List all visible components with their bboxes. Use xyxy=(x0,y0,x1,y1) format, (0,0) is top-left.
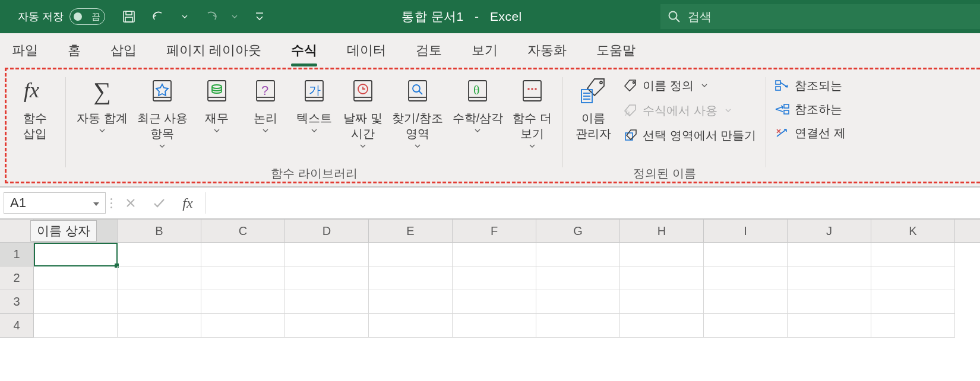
cell[interactable] xyxy=(704,243,788,266)
more-functions-dropdown[interactable] xyxy=(529,142,536,150)
col-header-f[interactable]: F xyxy=(453,220,536,242)
define-name-button[interactable]: 이름 정의 xyxy=(620,75,760,96)
search-box[interactable]: 검색 xyxy=(660,4,980,29)
lookup-dropdown[interactable] xyxy=(414,142,421,150)
undo-button[interactable] xyxy=(150,7,169,26)
cell[interactable] xyxy=(369,314,453,338)
col-header-i[interactable]: I xyxy=(704,220,788,242)
autosum-button[interactable]: ∑ 자동 합계 xyxy=(72,71,132,150)
col-header-c[interactable]: C xyxy=(201,220,285,242)
undo-dropdown[interactable] xyxy=(181,13,188,20)
cell[interactable] xyxy=(620,314,704,338)
cell[interactable] xyxy=(871,266,955,290)
cell[interactable] xyxy=(788,314,871,338)
math-trig-dropdown[interactable] xyxy=(474,127,481,134)
row-header-2[interactable]: 2 xyxy=(0,266,34,290)
more-functions-button[interactable]: 함수 더 보기 xyxy=(508,71,557,150)
cell[interactable] xyxy=(871,290,955,314)
remove-arrows-button[interactable]: 연결선 제 xyxy=(772,122,848,144)
logical-button[interactable]: ? 논리 xyxy=(241,71,290,150)
cell[interactable] xyxy=(369,290,453,314)
cell[interactable] xyxy=(201,243,285,266)
insert-function-button[interactable]: fx 함수 삽입 xyxy=(11,71,59,186)
cell[interactable] xyxy=(285,243,369,266)
cell[interactable] xyxy=(118,243,201,266)
tab-review[interactable]: 검토 xyxy=(416,42,442,66)
cell[interactable] xyxy=(871,314,955,338)
cell[interactable] xyxy=(34,290,118,314)
cell[interactable] xyxy=(453,290,536,314)
cell[interactable] xyxy=(788,243,871,266)
redo-button[interactable] xyxy=(200,7,219,26)
tab-formulas[interactable]: 수식 xyxy=(291,42,317,66)
cell[interactable] xyxy=(118,314,201,338)
enter-formula-button[interactable] xyxy=(145,192,173,214)
cell[interactable] xyxy=(369,243,453,266)
cell[interactable] xyxy=(453,266,536,290)
cell[interactable] xyxy=(201,290,285,314)
col-header-e[interactable]: E xyxy=(369,220,453,242)
cell[interactable] xyxy=(704,290,788,314)
tab-file[interactable]: 파일 xyxy=(12,42,38,66)
col-header-j[interactable]: J xyxy=(788,220,871,242)
recently-used-button[interactable]: 최근 사용 항목 xyxy=(132,71,193,150)
cell[interactable] xyxy=(536,314,620,338)
text-button[interactable]: 가 텍스트 xyxy=(290,71,339,150)
formula-bar-handle[interactable] xyxy=(110,193,112,212)
logical-dropdown[interactable] xyxy=(262,127,269,134)
qat-customize-button[interactable] xyxy=(250,7,269,26)
cell[interactable] xyxy=(536,243,620,266)
col-header-g[interactable]: G xyxy=(536,220,620,242)
save-button[interactable] xyxy=(119,7,138,26)
cell[interactable] xyxy=(536,290,620,314)
tab-view[interactable]: 보기 xyxy=(472,42,498,66)
tab-insert[interactable]: 삽입 xyxy=(110,42,137,66)
autosave-toggle[interactable]: 자동 저장 끔 xyxy=(18,8,105,25)
spreadsheet-grid[interactable]: A B C D E F G H I J K 1 2 3 4 xyxy=(0,220,980,381)
cell[interactable] xyxy=(453,314,536,338)
create-from-selection-button[interactable]: 선택 영역에서 만들기 xyxy=(620,125,760,146)
cell[interactable] xyxy=(285,290,369,314)
cell[interactable] xyxy=(704,314,788,338)
col-header-b[interactable]: B xyxy=(118,220,201,242)
cell[interactable] xyxy=(871,243,955,266)
name-box[interactable]: A1 이름 상자 xyxy=(4,192,106,214)
cell[interactable] xyxy=(34,266,118,290)
cell-a1[interactable] xyxy=(34,243,118,266)
math-trig-button[interactable]: θ 수학/삼각 xyxy=(448,71,508,150)
name-manager-button[interactable]: 이름 관리자 xyxy=(569,71,618,146)
row-header-1[interactable]: 1 xyxy=(0,243,34,266)
cancel-formula-button[interactable] xyxy=(116,192,145,214)
row-header-4[interactable]: 4 xyxy=(0,314,34,338)
cell[interactable] xyxy=(788,290,871,314)
tab-data[interactable]: 데이터 xyxy=(347,42,386,66)
cell[interactable] xyxy=(285,266,369,290)
cell[interactable] xyxy=(536,266,620,290)
cell[interactable] xyxy=(788,266,871,290)
financial-button[interactable]: 재무 xyxy=(192,71,241,150)
autosum-dropdown[interactable] xyxy=(99,127,106,134)
define-name-dropdown[interactable] xyxy=(701,82,708,89)
recent-dropdown[interactable] xyxy=(159,142,166,150)
trace-dependents-button[interactable]: 참조하는 xyxy=(772,99,848,120)
row-header-3[interactable]: 3 xyxy=(0,290,34,314)
tab-page-layout[interactable]: 페이지 레이아웃 xyxy=(166,42,261,66)
tab-home[interactable]: 홈 xyxy=(68,42,81,66)
date-time-button[interactable]: 날짜 및 시간 xyxy=(339,71,387,150)
col-header-h[interactable]: H xyxy=(620,220,704,242)
cell[interactable] xyxy=(704,266,788,290)
redo-dropdown[interactable] xyxy=(231,13,238,20)
insert-function-fx-button[interactable]: fx xyxy=(173,192,202,214)
text-dropdown[interactable] xyxy=(311,127,318,134)
cell[interactable] xyxy=(620,243,704,266)
col-header-d[interactable]: D xyxy=(285,220,369,242)
tab-automate[interactable]: 자동화 xyxy=(527,42,567,66)
lookup-reference-button[interactable]: 찾기/참조 영역 xyxy=(387,71,448,150)
name-box-dropdown[interactable] xyxy=(92,195,100,211)
cell[interactable] xyxy=(620,266,704,290)
date-time-dropdown[interactable] xyxy=(359,142,366,150)
cell[interactable] xyxy=(34,314,118,338)
col-header-k[interactable]: K xyxy=(871,220,955,242)
tab-help[interactable]: 도움말 xyxy=(596,42,636,66)
cell[interactable] xyxy=(620,290,704,314)
